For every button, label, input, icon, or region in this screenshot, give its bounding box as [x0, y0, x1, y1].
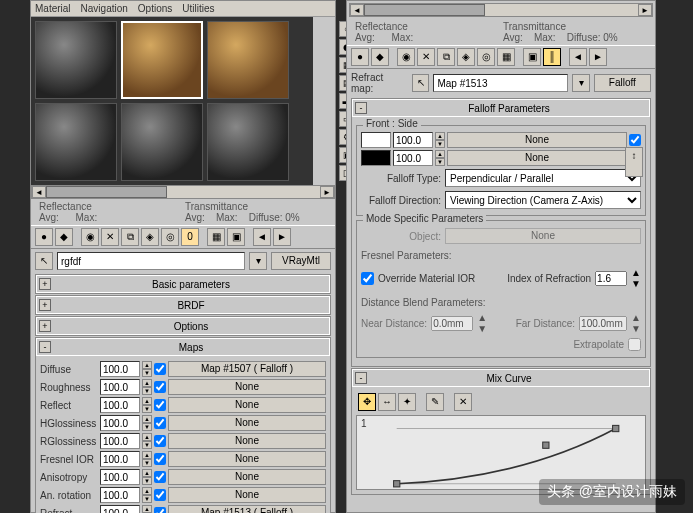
front-color-swatch[interactable] [361, 132, 391, 148]
delete-icon[interactable]: ✕ [454, 393, 472, 411]
menu-material[interactable]: Material [35, 3, 71, 14]
pick-icon[interactable]: ↖ [35, 252, 53, 270]
move-icon[interactable]: ✥ [358, 393, 376, 411]
map-enable-checkbox[interactable] [154, 381, 166, 393]
name-dropdown-icon[interactable]: ▾ [249, 252, 267, 270]
spin-up-icon[interactable]: ▲ [142, 397, 152, 405]
map-slot-button[interactable]: None [168, 451, 326, 467]
map-slot-button[interactable]: None [168, 487, 326, 503]
put-to-scene-icon[interactable]: ◆ [371, 48, 389, 66]
go-parent-icon[interactable]: ◄ [253, 228, 271, 246]
spin-down-icon[interactable]: ▼ [142, 495, 152, 503]
map-amount-spinner[interactable] [100, 397, 140, 413]
ior-spinner[interactable] [595, 271, 627, 286]
map-amount-spinner[interactable] [100, 379, 140, 395]
get-material-icon[interactable]: ● [35, 228, 53, 246]
rollout-header-maps[interactable]: -Maps [36, 338, 330, 356]
map-enable-checkbox[interactable] [154, 435, 166, 447]
menu-options[interactable]: Options [138, 3, 172, 14]
map-amount-spinner[interactable] [100, 415, 140, 431]
spin-down-icon[interactable]: ▼ [631, 278, 641, 289]
spin-up-icon[interactable]: ▲ [142, 451, 152, 459]
map-enable-checkbox[interactable] [154, 417, 166, 429]
spin-up-icon[interactable]: ▲ [142, 433, 152, 441]
spin-down-icon[interactable]: ▼ [142, 405, 152, 413]
reset-icon[interactable]: ✕ [101, 228, 119, 246]
scroll-left-icon[interactable]: ◄ [32, 186, 46, 198]
spin-up-icon[interactable]: ▲ [142, 505, 152, 513]
show-end-icon[interactable]: ▣ [227, 228, 245, 246]
spin-down-icon[interactable]: ▼ [435, 140, 445, 148]
spin-up-icon[interactable]: ▲ [631, 267, 641, 278]
override-ior-checkbox[interactable] [361, 272, 374, 285]
map-slot-button[interactable]: Map #1507 ( Falloff ) [168, 361, 326, 377]
spin-down-icon[interactable]: ▼ [142, 459, 152, 467]
map-enable-checkbox[interactable] [154, 453, 166, 465]
effects-icon[interactable]: ▦ [497, 48, 515, 66]
spin-down-icon[interactable]: ▼ [142, 423, 152, 431]
falloff-type-select[interactable]: Perpendicular / Parallel [445, 169, 641, 187]
spin-down-icon[interactable]: ▼ [142, 441, 152, 449]
pick-icon[interactable]: ↖ [412, 74, 429, 92]
map-slot-button[interactable]: None [168, 433, 326, 449]
map-slot-button[interactable]: None [168, 415, 326, 431]
make-unique-icon[interactable]: ◈ [141, 228, 159, 246]
map-slot-button[interactable]: Map #1513 ( Falloff ) [168, 505, 326, 513]
map-enable-checkbox[interactable] [154, 471, 166, 483]
material-type-button[interactable]: VRayMtl [271, 252, 331, 270]
show-map-icon[interactable]: ▣ [523, 48, 541, 66]
put-library-icon[interactable]: ◎ [477, 48, 495, 66]
material-slot-6[interactable] [207, 103, 289, 181]
right-scrollbar[interactable]: ◄ ► [349, 3, 653, 17]
get-material-icon[interactable]: ● [351, 48, 369, 66]
show-end-icon[interactable]: ║ [543, 48, 561, 66]
map-amount-spinner[interactable] [100, 505, 140, 513]
material-name-input[interactable] [57, 252, 245, 270]
copy-icon[interactable]: ⧉ [121, 228, 139, 246]
map-slot-button[interactable]: None [168, 397, 326, 413]
spin-up-icon[interactable]: ▲ [142, 379, 152, 387]
front-value-spinner[interactable] [393, 132, 433, 148]
material-slot-2[interactable] [121, 21, 203, 99]
copy-icon[interactable]: ⧉ [437, 48, 455, 66]
map-enable-checkbox[interactable] [154, 507, 166, 513]
assign-icon[interactable]: ◉ [81, 228, 99, 246]
front-map-checkbox[interactable] [629, 134, 641, 146]
map-slot-button[interactable]: None [168, 469, 326, 485]
map-enable-checkbox[interactable] [154, 489, 166, 501]
rollout-header-mix-curve[interactable]: -Mix Curve [352, 369, 650, 387]
side-map-button[interactable]: None [447, 150, 627, 166]
scroll-right-icon[interactable]: ► [638, 4, 652, 16]
spin-down-icon[interactable]: ▼ [142, 477, 152, 485]
swap-icon[interactable]: ↕ [625, 147, 643, 177]
map-type-button[interactable]: Falloff [594, 74, 651, 92]
rollout-header-basic[interactable]: +Basic parameters [36, 275, 330, 293]
material-slot-1[interactable] [35, 21, 117, 99]
rollout-header-options[interactable]: +Options [36, 317, 330, 335]
map-amount-spinner[interactable] [100, 451, 140, 467]
show-map-icon[interactable]: ▦ [207, 228, 225, 246]
spin-up-icon[interactable]: ▲ [142, 487, 152, 495]
put-library-icon[interactable]: ◎ [161, 228, 179, 246]
spin-down-icon[interactable]: ▼ [142, 369, 152, 377]
effects-icon[interactable]: 0 [181, 228, 199, 246]
preview-scrollbar[interactable]: ◄ ► [31, 185, 335, 199]
put-to-scene-icon[interactable]: ◆ [55, 228, 73, 246]
go-forward-icon[interactable]: ► [273, 228, 291, 246]
side-value-spinner[interactable] [393, 150, 433, 166]
map-amount-spinner[interactable] [100, 487, 140, 503]
spin-up-icon[interactable]: ▲ [142, 415, 152, 423]
front-map-button[interactable]: None [447, 132, 627, 148]
map-enable-checkbox[interactable] [154, 363, 166, 375]
scroll-right-icon[interactable]: ► [320, 186, 334, 198]
menu-navigation[interactable]: Navigation [81, 3, 128, 14]
map-name-input[interactable] [433, 74, 568, 92]
add-point-icon[interactable]: ✎ [426, 393, 444, 411]
go-parent-icon[interactable]: ◄ [569, 48, 587, 66]
map-amount-spinner[interactable] [100, 469, 140, 485]
spin-up-icon[interactable]: ▲ [435, 150, 445, 158]
map-slot-button[interactable]: None [168, 379, 326, 395]
material-slot-5[interactable] [121, 103, 203, 181]
spin-down-icon[interactable]: ▼ [142, 387, 152, 395]
falloff-direction-select[interactable]: Viewing Direction (Camera Z-Axis) [445, 191, 641, 209]
